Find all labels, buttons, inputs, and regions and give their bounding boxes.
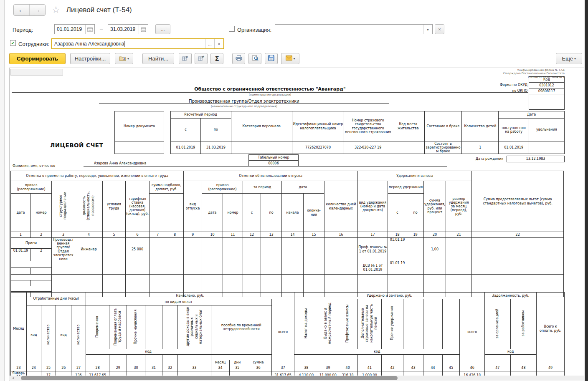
h-insurance: Номер страхового свидетельства государст… bbox=[344, 111, 392, 141]
period-to-input[interactable]: 31.03.2019 bbox=[108, 24, 148, 34]
h-sick-month: месяц bbox=[211, 360, 230, 365]
h-num2: номер bbox=[223, 194, 243, 232]
settings-button[interactable]: Настройки... bbox=[70, 53, 110, 64]
h-rate: тарифная ставка (часовая, дневная) (окла… bbox=[126, 181, 150, 232]
hire-type: Прием bbox=[11, 238, 52, 249]
calendar-icon[interactable] bbox=[85, 25, 94, 34]
h-c33: другие доходы в виде различных социальны… bbox=[178, 305, 211, 349]
mail-icon bbox=[286, 56, 292, 62]
hire-rate: 25 000 bbox=[126, 238, 150, 261]
h-date: дата bbox=[11, 194, 31, 232]
h-c39: Выдано в аванс и межрасчет-ный период bbox=[318, 299, 338, 349]
h-forperiod: за период bbox=[243, 181, 282, 194]
report-variants-button[interactable]: ▾ bbox=[115, 53, 133, 64]
h-s: с bbox=[243, 194, 261, 232]
svg-text:+: + bbox=[202, 55, 204, 58]
v-marital: Состоит в зарегистрированном браке bbox=[424, 141, 462, 154]
report-area: Унифицированная форма № Т-54 Утверждена … bbox=[10, 68, 565, 377]
text-caret bbox=[124, 41, 124, 47]
h-num: номер bbox=[31, 194, 52, 232]
h-whsize: размер удержания за месяц (период), руб. bbox=[446, 181, 472, 232]
h-children: Количество детей bbox=[462, 111, 499, 141]
period-variants-button[interactable]: ... bbox=[155, 24, 170, 34]
period-from-input[interactable]: 01.01.2019 bbox=[54, 24, 95, 34]
doc-header-table: Номер документа Расчетный период Категор… bbox=[114, 111, 565, 154]
favorite-star-icon[interactable]: ☆ bbox=[52, 5, 60, 15]
group-withhold: Удержания и взносы bbox=[358, 171, 472, 181]
h-position: должность (специальность, профессия) bbox=[75, 181, 103, 232]
employees-clear-button[interactable]: × bbox=[214, 39, 223, 48]
org-checkbox[interactable] bbox=[229, 26, 235, 32]
h-vactype: вид отпуска bbox=[184, 181, 202, 232]
h-c40: Профсоюзные взносы bbox=[338, 299, 357, 349]
period-to-value: 31.03.2019 bbox=[108, 26, 139, 32]
v-fired bbox=[529, 141, 564, 154]
h-total-accrued: всего bbox=[271, 299, 294, 365]
calendar-icon[interactable] bbox=[139, 25, 148, 34]
h-month: Месяц bbox=[11, 293, 27, 365]
table-row bbox=[11, 275, 564, 280]
print-button[interactable] bbox=[232, 53, 245, 64]
withhold-from: 01.01.19 bbox=[388, 238, 407, 261]
preview-button[interactable] bbox=[248, 53, 261, 64]
group-hire: Отметка о приеме на работу, переводе, ув… bbox=[11, 171, 184, 181]
t54-bottom-table: Месяц Отработанные дни (часы) Начислено,… bbox=[10, 292, 565, 379]
back-button[interactable]: ← bbox=[14, 5, 29, 15]
withhold-type: Проф. взносы № 1 от 01.01.2019 bbox=[358, 238, 388, 261]
generate-button[interactable]: Сформировать bbox=[9, 53, 66, 64]
dropdown-icon: ▾ bbox=[127, 57, 129, 61]
group-worked: Отработанные дни (часы) bbox=[26, 293, 86, 305]
find-button[interactable]: Найти... bbox=[142, 53, 174, 64]
table-row: Прием Производственная группа/Отдел элек… bbox=[11, 238, 564, 249]
h-unit: структурное подразделение bbox=[52, 181, 75, 232]
birth-value: 13.12.1983 bbox=[507, 156, 565, 162]
h-code-accrued: код bbox=[86, 349, 211, 355]
h-calc-period: Расчетный период bbox=[170, 111, 231, 119]
toolbar: Сформировать Настройки... ▾ Найти... a- … bbox=[9, 53, 299, 64]
h-end: оконча-ния bbox=[304, 194, 324, 232]
report-corner-cell bbox=[10, 69, 63, 76]
forward-button[interactable]: → bbox=[29, 5, 45, 15]
window-right-edge bbox=[585, 0, 588, 381]
h-whperiod: период удержания bbox=[388, 181, 424, 194]
col-num: 1 bbox=[11, 232, 31, 238]
h-po2: по bbox=[407, 194, 424, 232]
h-dates: дата bbox=[282, 181, 324, 194]
sum-button[interactable]: Σ bbox=[210, 53, 223, 64]
withhold-type: ДСВ № 1 от 01.01.2019 bbox=[358, 261, 388, 275]
group-vacation: Отметки об использовании отпуска bbox=[184, 171, 358, 181]
h-inn: Идентификационный номер налогоплательщик… bbox=[292, 111, 344, 141]
org-caption: (наименование организации) bbox=[12, 93, 528, 96]
h-scrollbar[interactable]: ◄ bbox=[9, 376, 584, 381]
group-debt: Задолженность, руб. bbox=[485, 293, 537, 299]
org-clear-button[interactable]: × bbox=[435, 24, 444, 34]
h-sick-days: дни bbox=[230, 360, 245, 365]
save-button[interactable] bbox=[265, 53, 278, 64]
withhold-sum: 1,00 bbox=[424, 238, 446, 261]
tab-number-label: Табельный номер bbox=[249, 155, 298, 161]
employees-checkbox[interactable]: ✔ bbox=[10, 40, 16, 46]
scrollbar-thumb[interactable] bbox=[21, 376, 398, 380]
h-order2: приказ (распоряжение) bbox=[202, 181, 243, 194]
h-c47: за организацией bbox=[485, 299, 511, 349]
dropdown-icon[interactable]: ▾ bbox=[423, 25, 432, 34]
scrollbar-left-arrow[interactable]: ◄ bbox=[10, 376, 16, 380]
v-docnum bbox=[115, 141, 164, 154]
h-benefits: Сумма предоставляемых льгот (сумма станд… bbox=[472, 171, 564, 232]
org-combo-input[interactable]: ▾ bbox=[275, 24, 433, 34]
font-decrease-button[interactable]: a- bbox=[179, 53, 192, 64]
h-code-2: код bbox=[56, 305, 71, 365]
nav-buttons: ← → bbox=[13, 4, 46, 16]
employees-pick-button[interactable]: ... bbox=[205, 39, 214, 48]
mail-button[interactable]: ▾ bbox=[281, 53, 299, 64]
more-button[interactable]: Еще ▾ bbox=[556, 53, 582, 64]
h-bonus: сумма надбавок, доплат, руб. bbox=[150, 181, 184, 194]
dropdown-icon: ▾ bbox=[574, 57, 576, 61]
v-residence bbox=[392, 141, 424, 154]
employees-value: Азарова Анна Александровна bbox=[54, 41, 124, 47]
printer-icon bbox=[236, 55, 242, 62]
employees-input[interactable]: Азарова Анна Александровна ... × bbox=[51, 38, 224, 49]
h-order: приказ (распоряжение) bbox=[11, 181, 52, 194]
font-increase-button[interactable]: a+ bbox=[195, 53, 208, 64]
h-c38: Налог на доходы bbox=[294, 299, 318, 349]
